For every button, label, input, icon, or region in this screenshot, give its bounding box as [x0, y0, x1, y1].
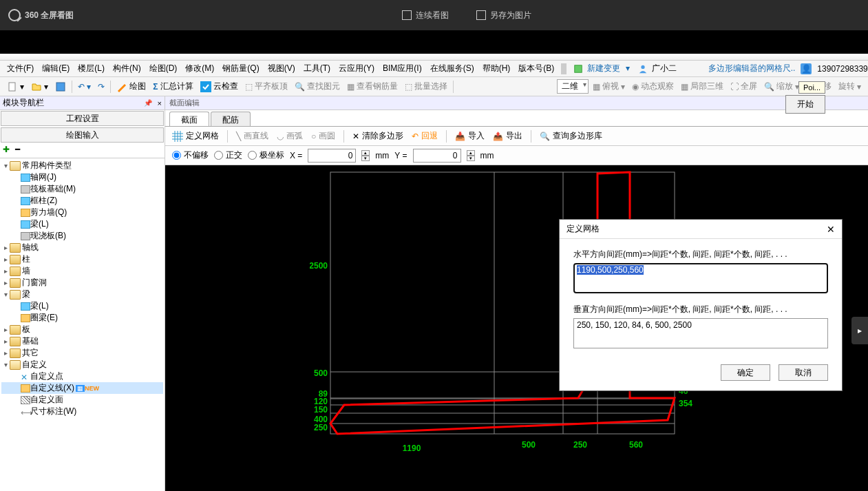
v-spacing-input[interactable] — [573, 318, 828, 348]
menu-component[interactable]: 构件(N) — [110, 61, 144, 76]
svg-point-1 — [641, 65, 644, 69]
new-change-button[interactable]: 新建变更 ▾ — [571, 61, 632, 76]
y-input[interactable] — [413, 149, 461, 163]
zoom-button[interactable]: 🔍 缩放 ▾ — [761, 79, 802, 94]
summary-button[interactable]: Σ 汇总计算 — [150, 79, 195, 94]
close-panel-icon[interactable]: × — [158, 99, 162, 107]
x-down[interactable]: ▾ — [361, 156, 370, 161]
tree-beam-l2[interactable]: 梁(L) — [1, 300, 163, 312]
tree-custom-point[interactable]: ✕自定义点 — [1, 370, 163, 382]
tree-shear-q[interactable]: 剪力墙(Q) — [1, 207, 163, 218]
draw-line-button[interactable]: ╲ 画直线 — [233, 129, 271, 143]
dialog-close-icon[interactable]: ✕ — [827, 224, 835, 235]
save-as-image-button[interactable]: 另存为图片 — [476, 10, 531, 21]
y-up[interactable]: ▴ — [467, 150, 475, 156]
cancel-button[interactable]: 取消 — [779, 364, 828, 381]
tree-raft-m[interactable]: 筏板基础(M) — [1, 183, 163, 195]
undo-step-button[interactable]: ↶ 回退 — [409, 129, 441, 143]
save-button[interactable] — [52, 80, 69, 94]
view-rebar-button[interactable]: ▦ 查看钢筋量 — [344, 79, 401, 94]
menu-file[interactable]: 文件(F) — [4, 61, 36, 76]
no-offset-radio[interactable]: 不偏移 — [172, 149, 209, 161]
tree-door[interactable]: ▸门窗洞 — [1, 277, 163, 289]
menu-view[interactable]: 视图(V) — [265, 61, 298, 76]
tree-beam-folder[interactable]: ▾梁 — [1, 289, 163, 300]
flatten-button[interactable]: ⬚ 平齐板顶 — [242, 79, 290, 94]
batch-select-button[interactable]: ⬚ 批量选择 — [402, 79, 450, 94]
new-doc-button[interactable]: ▾ — [4, 80, 27, 94]
menu-draw[interactable]: 绘图(D) — [147, 61, 180, 76]
ortho-radio[interactable]: 正交 — [214, 149, 242, 161]
tab-section[interactable]: 截面 — [169, 112, 209, 126]
clear-polygon-button[interactable]: ✕ 清除多边形 — [350, 129, 406, 143]
menu-bim[interactable]: BIM应用(I) — [380, 61, 425, 76]
tree-column[interactable]: ▸柱 — [1, 253, 163, 265]
tab-rebar[interactable]: 配筋 — [211, 112, 251, 126]
open-button[interactable]: ▾ — [28, 80, 51, 94]
tree-frame-z[interactable]: 框柱(Z) — [1, 195, 163, 207]
tree-other[interactable]: ▸其它 — [1, 347, 163, 359]
ok-button[interactable]: 确定 — [721, 364, 770, 381]
redo-button[interactable]: ↷ — [95, 81, 107, 93]
h-spacing-input[interactable]: <span class="sel"></span> — [573, 263, 828, 293]
user-id[interactable]: 13907298339 — [814, 63, 868, 75]
pin-icon[interactable]: 📌 — [144, 99, 152, 107]
rotate-button[interactable]: 旋转 ▾ — [836, 79, 864, 94]
menu-cloud[interactable]: 云应用(Y) — [336, 61, 377, 76]
cloud-check-button[interactable]: 云检查 — [198, 79, 241, 94]
menu-online[interactable]: 在线服务(S) — [427, 61, 477, 76]
x-input[interactable] — [308, 149, 356, 163]
nav-icon-2[interactable]: ━ — [15, 145, 25, 154]
menu-version[interactable]: 版本号(B) — [516, 61, 557, 76]
nav-icon-1[interactable]: ✚ — [3, 145, 12, 154]
tree-custom-face[interactable]: 自定义面 — [1, 394, 163, 406]
draw-circle-button[interactable]: ○ 画圆 — [308, 129, 338, 143]
x-up[interactable]: ▴ — [361, 150, 370, 156]
menu-help[interactable]: 帮助(H) — [480, 61, 514, 76]
svg-text:150: 150 — [314, 405, 328, 415]
tree-ring-e[interactable]: 圈梁(E) — [1, 312, 163, 324]
project-settings-section[interactable]: 工程设置 — [1, 111, 164, 126]
draw-arc-button[interactable]: ◡ 画弧 — [274, 129, 306, 143]
image-viewer-titlebar: 360 全屏看图 连续看图 另存为图片 — [0, 0, 868, 30]
export-button[interactable]: 📤 导出 — [490, 129, 525, 143]
find-elem-button[interactable]: 🔍 查找图元 — [292, 79, 343, 94]
start-button[interactable]: 开始 — [785, 95, 825, 114]
draw-button[interactable]: 绘图 — [114, 79, 149, 94]
tree-custom-line[interactable]: 自定义线(X)▦NEW — [1, 382, 163, 394]
draw-input-section[interactable]: 绘图输入 — [1, 127, 164, 143]
tree-dim-w[interactable]: ⟷尺寸标注(W) — [1, 406, 163, 417]
tree-axis[interactable]: ▸轴线 — [1, 242, 163, 253]
polygon-editor-link[interactable]: 多边形编辑器的网格尺.. — [706, 61, 798, 76]
view-mode-combo[interactable]: 二维 — [557, 79, 589, 94]
tree-slab-b[interactable]: 现浇板(B) — [1, 230, 163, 242]
local-3d-button[interactable]: ▦ 局部三维 — [678, 79, 726, 94]
tree-common-types[interactable]: ▾常用构件类型 — [1, 160, 163, 171]
menu-rebar[interactable]: 钢筋量(Q) — [220, 61, 262, 76]
import-button[interactable]: 📥 导入 — [452, 129, 487, 143]
dynamic-view-button[interactable]: ◉ 动态观察 — [629, 79, 677, 94]
viewer-logo: 360 全屏看图 — [8, 9, 74, 21]
tree-wall[interactable]: ▸墙 — [1, 265, 163, 277]
nav-panel-header: 模块导航栏 📌 × — [0, 96, 165, 110]
continuous-view-button[interactable]: 连续看图 — [402, 10, 449, 21]
menu-modify[interactable]: 修改(M) — [182, 61, 217, 76]
menu-edit[interactable]: 编辑(E) — [39, 61, 72, 76]
top-view-button[interactable]: ▦ 俯视 ▾ — [590, 79, 628, 94]
menu-floor[interactable]: 楼层(L) — [75, 61, 107, 76]
tree-foundation[interactable]: ▸基础 — [1, 335, 163, 347]
tree-beam-l[interactable]: 梁(L) — [1, 218, 163, 230]
menu-tools[interactable]: 工具(T) — [301, 61, 333, 76]
side-expand-tab[interactable]: ▸ — [851, 317, 868, 344]
polar-radio[interactable]: 极坐标 — [248, 149, 284, 161]
inline-user[interactable]: 广小二 — [635, 61, 682, 76]
query-library-button[interactable]: 🔍 查询多边形库 — [537, 129, 605, 143]
y-down[interactable]: ▾ — [467, 156, 475, 161]
tree-custom[interactable]: ▾自定义 — [1, 359, 163, 370]
tree-plate[interactable]: ▸板 — [1, 324, 163, 335]
fullscreen-button[interactable]: ⛶ 全屏 — [728, 79, 760, 94]
svg-text:560: 560 — [629, 440, 643, 450]
undo-button[interactable]: ↶ ▾ — [75, 81, 94, 93]
define-grid-button[interactable]: 定义网格 — [169, 129, 222, 143]
tree-axis-j[interactable]: 轴网(J) — [1, 171, 163, 183]
